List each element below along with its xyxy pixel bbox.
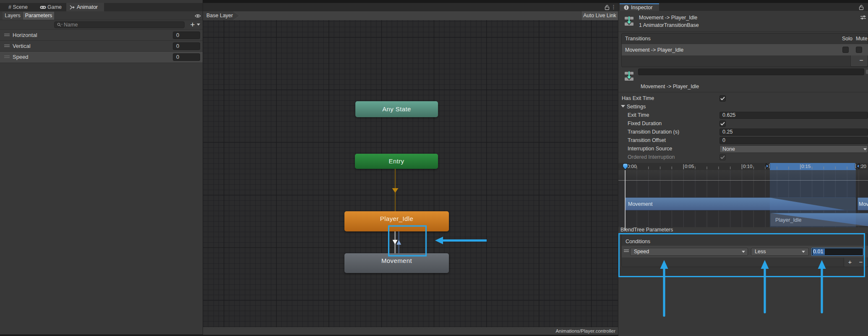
svg-text:Mov: Mov [859,201,868,207]
svg-text:Movement: Movement [628,201,653,207]
svg-text:0:05: 0:05 [685,164,694,169]
svg-text::20: :20 [860,164,866,169]
svg-text:0:10: 0:10 [743,164,752,169]
svg-text:0:00: 0:00 [627,164,636,169]
svg-text:0:15: 0:15 [801,164,811,169]
